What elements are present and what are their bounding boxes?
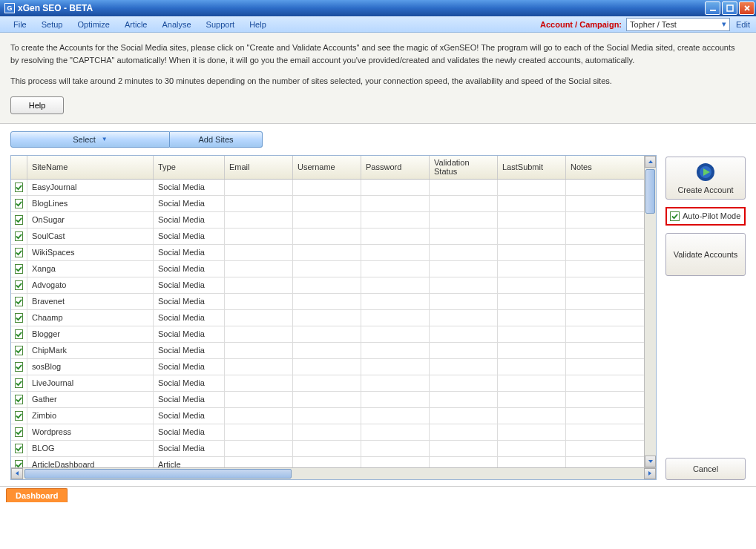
- row-checkbox[interactable]: [11, 196, 27, 211]
- row-checkbox[interactable]: [11, 343, 27, 358]
- side-panel: Create Account Auto-Pilot Mode Validate …: [665, 155, 746, 480]
- column-checkbox[interactable]: [11, 156, 27, 179]
- row-checkbox[interactable]: [11, 261, 27, 277]
- row-checkbox[interactable]: [11, 424, 27, 440]
- row-checkbox[interactable]: [11, 375, 27, 391]
- row-checkbox[interactable]: [11, 392, 27, 407]
- cell-username: [293, 457, 361, 467]
- account-campaign-value: Topher / Test: [630, 20, 677, 29]
- maximize-button[interactable]: [722, 1, 737, 15]
- cell-type: Social Media: [154, 261, 225, 277]
- cell-type: Social Media: [154, 441, 225, 456]
- account-campaign-dropdown[interactable]: Topher / Test ▾: [626, 18, 730, 31]
- table-row[interactable]: ChaampSocial Media: [11, 310, 656, 326]
- table-row[interactable]: GatherSocial Media: [11, 392, 656, 408]
- row-checkbox[interactable]: [11, 229, 27, 244]
- row-checkbox[interactable]: [11, 359, 27, 375]
- row-checkbox[interactable]: [11, 441, 27, 456]
- column-password[interactable]: Password: [361, 156, 430, 179]
- cell-validation: [430, 441, 498, 456]
- column-email[interactable]: Email: [225, 156, 293, 179]
- cell-sitename: OnSugar: [27, 212, 154, 228]
- row-checkbox[interactable]: [11, 457, 27, 467]
- cell-username: [293, 310, 361, 326]
- scroll-up-arrow[interactable]: [645, 156, 656, 168]
- table-row[interactable]: SoulCastSocial Media: [11, 229, 656, 245]
- column-lastsubmit[interactable]: LastSubmit: [498, 156, 566, 179]
- edit-link[interactable]: Edit: [736, 20, 750, 29]
- table-row[interactable]: BravenetSocial Media: [11, 294, 656, 310]
- dashboard-tab[interactable]: Dashboard: [6, 488, 68, 502]
- row-checkbox[interactable]: [11, 294, 27, 309]
- menu-file[interactable]: File: [6, 18, 34, 31]
- table-row[interactable]: OnSugarSocial Media: [11, 212, 656, 229]
- table-row[interactable]: BLOGSocial Media: [11, 441, 656, 457]
- table-row[interactable]: BlogLinesSocial Media: [11, 196, 656, 212]
- table-row[interactable]: AdvogatoSocial Media: [11, 277, 656, 294]
- select-dropdown[interactable]: Select ▼: [10, 131, 170, 148]
- menu-support[interactable]: Support: [199, 18, 243, 31]
- sites-grid: SiteName Type Email Username Password Va…: [10, 155, 657, 480]
- vertical-scrollbar[interactable]: [644, 156, 656, 467]
- menu-article[interactable]: Article: [117, 18, 155, 31]
- menu-setup[interactable]: Setup: [34, 18, 70, 31]
- create-account-button[interactable]: Create Account: [665, 157, 746, 200]
- row-checkbox[interactable]: [11, 326, 27, 342]
- menu-optimize[interactable]: Optimize: [70, 18, 116, 31]
- column-type[interactable]: Type: [154, 156, 225, 179]
- scroll-thumb[interactable]: [645, 169, 655, 214]
- cell-email: [225, 229, 293, 244]
- table-row[interactable]: XangaSocial Media: [11, 261, 656, 277]
- horizontal-scrollbar[interactable]: [11, 467, 656, 479]
- cell-username: [293, 277, 361, 293]
- row-checkbox[interactable]: [11, 212, 27, 228]
- cell-password: [361, 196, 430, 211]
- validate-accounts-label: Validate Accounts: [674, 250, 738, 259]
- close-button[interactable]: [739, 1, 755, 15]
- table-row[interactable]: ArticleDashboardArticle: [11, 457, 656, 467]
- cell-password: [361, 343, 430, 358]
- table-row[interactable]: LiveJournalSocial Media: [11, 375, 656, 392]
- cell-type: Social Media: [154, 277, 225, 293]
- footer-tabs: Dashboard: [0, 486, 756, 502]
- row-checkbox[interactable]: [11, 408, 27, 424]
- menu-analyse[interactable]: Analyse: [154, 18, 198, 31]
- row-checkbox[interactable]: [11, 310, 27, 326]
- menu-help[interactable]: Help: [242, 18, 274, 31]
- row-checkbox[interactable]: [11, 180, 27, 195]
- help-button[interactable]: Help: [10, 96, 64, 114]
- scroll-thumb-h[interactable]: [24, 469, 292, 479]
- table-row[interactable]: ChipMarkSocial Media: [11, 343, 656, 359]
- table-row[interactable]: EasyJournalSocial Media: [11, 180, 656, 196]
- cell-sitename: EasyJournal: [27, 180, 154, 195]
- column-validation-status[interactable]: Validation Status: [430, 156, 498, 179]
- scroll-down-arrow[interactable]: [645, 456, 656, 467]
- cell-validation: [430, 392, 498, 407]
- row-checkbox[interactable]: [11, 245, 27, 260]
- cell-email: [225, 180, 293, 195]
- table-row[interactable]: ZimbioSocial Media: [11, 408, 656, 424]
- minimize-button[interactable]: [705, 1, 720, 15]
- cell-password: [361, 424, 430, 440]
- cancel-button[interactable]: Cancel: [665, 458, 746, 480]
- cell-type: Social Media: [154, 326, 225, 342]
- column-username[interactable]: Username: [293, 156, 361, 179]
- validate-accounts-button[interactable]: Validate Accounts: [665, 233, 746, 276]
- cell-password: [361, 441, 430, 456]
- scroll-right-arrow[interactable]: [644, 468, 656, 479]
- row-checkbox[interactable]: [11, 277, 27, 293]
- table-row[interactable]: WordpressSocial Media: [11, 424, 656, 441]
- cell-username: [293, 326, 361, 342]
- table-row[interactable]: WikiSpacesSocial Media: [11, 245, 656, 261]
- scroll-left-arrow[interactable]: [11, 468, 23, 479]
- table-row[interactable]: sosBlogSocial Media: [11, 359, 656, 375]
- column-notes[interactable]: Notes: [566, 156, 656, 179]
- cell-lastsubmit: [498, 245, 566, 260]
- column-sitename[interactable]: SiteName: [27, 156, 154, 179]
- autopilot-checkbox[interactable]: Auto-Pilot Mode: [665, 207, 746, 226]
- cell-email: [225, 359, 293, 375]
- add-sites-button[interactable]: Add Sites: [170, 131, 263, 148]
- cell-sitename: Xanga: [27, 261, 154, 277]
- cell-validation: [430, 229, 498, 244]
- table-row[interactable]: BloggerSocial Media: [11, 326, 656, 343]
